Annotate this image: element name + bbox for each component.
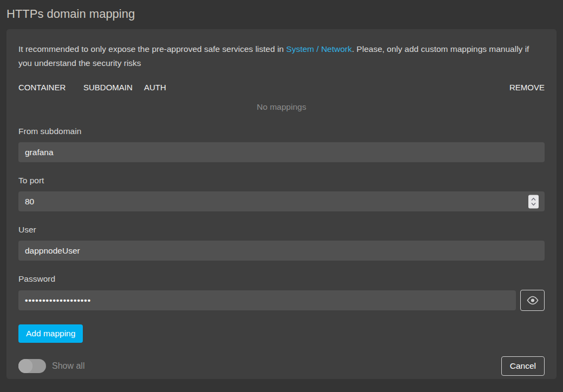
toggle-knob xyxy=(18,359,32,373)
show-all-toggle-group: Show all xyxy=(18,359,84,373)
card-footer: Show all Cancel xyxy=(18,356,545,376)
notice-text-before: It recommended to only expose the pre-ap… xyxy=(18,44,286,54)
password-visibility-button[interactable] xyxy=(520,290,545,311)
chevron-up-icon xyxy=(531,197,536,201)
https-domain-mapping-page: HTTPs domain mapping It recommended to o… xyxy=(0,0,563,379)
number-stepper-icon[interactable] xyxy=(528,195,539,208)
subdomain-form-group: From subdomain xyxy=(18,127,545,162)
chevron-down-icon xyxy=(531,202,536,205)
column-header-auth: AUTH xyxy=(144,83,509,92)
port-form-group: To port xyxy=(18,176,545,211)
show-all-label: Show all xyxy=(52,361,84,371)
user-form-group: User xyxy=(18,225,545,261)
mappings-table-header: CONTAINER SUBDOMAIN AUTH REMOVE xyxy=(18,83,545,92)
from-subdomain-label: From subdomain xyxy=(18,127,545,136)
user-input[interactable] xyxy=(18,241,545,261)
user-label: User xyxy=(18,225,545,235)
column-header-container: CONTAINER xyxy=(18,83,83,92)
column-header-remove: REMOVE xyxy=(509,83,545,92)
password-input[interactable] xyxy=(18,290,516,310)
cancel-button[interactable]: Cancel xyxy=(501,356,545,376)
from-subdomain-input[interactable] xyxy=(18,142,545,162)
no-mappings-message: No mappings xyxy=(18,102,545,112)
system-network-link[interactable]: System / Network xyxy=(286,44,352,54)
security-notice: It recommended to only expose the pre-ap… xyxy=(18,42,545,70)
show-all-toggle[interactable] xyxy=(18,359,46,373)
page-title: HTTPs domain mapping xyxy=(6,7,557,21)
to-port-input[interactable] xyxy=(18,191,545,211)
eye-icon xyxy=(526,296,539,305)
column-header-subdomain: SUBDOMAIN xyxy=(83,83,144,92)
to-port-label: To port xyxy=(18,176,545,185)
password-form-group: Password xyxy=(18,274,545,311)
password-label: Password xyxy=(18,274,545,284)
add-mapping-button[interactable]: Add mapping xyxy=(18,324,83,343)
domain-mapping-card: It recommended to only expose the pre-ap… xyxy=(6,29,557,379)
